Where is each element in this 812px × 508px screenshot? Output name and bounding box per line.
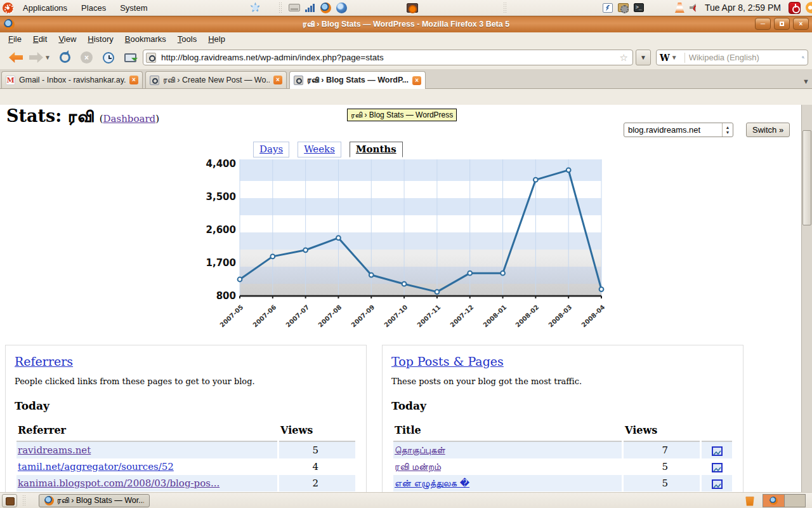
chart-point[interactable] xyxy=(566,168,571,172)
column-header: Views xyxy=(279,424,355,442)
history-clock-button[interactable] xyxy=(103,52,114,64)
site-favicon[interactable] xyxy=(146,53,156,63)
row-views: 5 xyxy=(279,442,355,458)
chart-point[interactable] xyxy=(435,290,440,294)
forward-button[interactable] xyxy=(29,52,43,63)
browser-tab-1[interactable]: MGmail - Inbox - ravishankar.ay...× xyxy=(1,71,143,88)
menu-bookmarks[interactable]: Bookmarks xyxy=(119,33,172,45)
panel-menu-system[interactable]: System xyxy=(113,0,154,16)
row-link[interactable]: என் எழுத்துலக � xyxy=(395,478,469,489)
x-axis-label: 2007-10 xyxy=(380,304,409,331)
switch-button[interactable]: Switch » xyxy=(746,123,790,137)
vlc-tray-icon[interactable] xyxy=(675,3,684,13)
package-manager-icon[interactable] xyxy=(618,3,629,12)
chart-point[interactable] xyxy=(402,282,407,286)
url-input[interactable] xyxy=(160,52,615,63)
panel-clock[interactable]: Tue Apr 8, 2:59 PM xyxy=(705,3,781,13)
search-engine-initial: W xyxy=(660,53,670,63)
session-swirl-icon[interactable] xyxy=(806,2,812,13)
search-magnifier-icon[interactable] xyxy=(802,53,804,62)
list-all-tabs-icon[interactable]: ▼ xyxy=(802,77,809,85)
chart-point[interactable] xyxy=(534,178,538,182)
firefox-launcher-icon[interactable] xyxy=(320,3,331,13)
row-views: 2 xyxy=(279,475,355,491)
scrollbar-thumb[interactable] xyxy=(802,130,811,225)
navigation-toolbar: ▼ × ☆ ▼ W ▼ xyxy=(0,46,812,70)
chart-point[interactable] xyxy=(468,271,472,276)
blog-select[interactable]: blog.ravidreams.net ▲▼ xyxy=(624,123,733,137)
browser-tab-3[interactable]: ரவி › Blog Stats — WordP...× xyxy=(289,71,426,89)
chart-point[interactable] xyxy=(238,277,242,282)
ubuntu-logo-icon[interactable] xyxy=(3,3,13,13)
search-engine-dropdown-icon[interactable]: ▼ xyxy=(671,54,678,61)
vertical-scrollbar[interactable] xyxy=(801,105,812,495)
chart-point[interactable] xyxy=(501,271,505,276)
row-chart-icon[interactable] xyxy=(712,446,723,456)
row-link[interactable]: தொகுப்புகள் xyxy=(395,444,445,456)
chart-point[interactable] xyxy=(599,287,604,291)
row-link[interactable]: tamil.net/aggregator/sources/52 xyxy=(18,461,174,472)
workspace-1[interactable] xyxy=(763,495,784,507)
tab-close-icon[interactable]: × xyxy=(273,76,282,84)
period-tab-weeks[interactable]: Weeks xyxy=(298,142,341,157)
row-link[interactable]: ravidreams.net xyxy=(18,444,91,456)
power-button-icon[interactable] xyxy=(789,2,801,14)
x-axis-label: 2007-09 xyxy=(347,304,376,331)
stop-button[interactable]: × xyxy=(81,51,93,64)
window-titlebar[interactable]: ரவி › Blog Stats — WordPress - Mozilla F… xyxy=(0,16,812,32)
bookmark-star-icon[interactable]: ☆ xyxy=(620,52,628,64)
menu-help[interactable]: Help xyxy=(202,33,231,45)
tab-close-icon[interactable]: × xyxy=(412,76,421,85)
menu-view[interactable]: View xyxy=(53,33,82,45)
chart-canvas xyxy=(240,159,601,297)
chart-point[interactable] xyxy=(369,273,374,277)
menu-edit[interactable]: Edit xyxy=(27,33,53,45)
top-posts-heading-link[interactable]: Top Posts & Pages xyxy=(391,354,504,368)
table-header-row: TitleViews xyxy=(393,424,732,442)
app-splash-icon[interactable] xyxy=(249,2,261,13)
web-globe-launcher-icon[interactable] xyxy=(336,3,347,13)
close-button[interactable]: × xyxy=(793,18,809,30)
row-link[interactable]: kanimai.blogspot.com/2008/03/blog-pos... xyxy=(18,478,219,489)
panel-menu-places[interactable]: Places xyxy=(74,0,113,16)
period-tab-months[interactable]: Months xyxy=(350,142,403,157)
reload-button[interactable] xyxy=(60,52,70,63)
period-tab-days[interactable]: Days xyxy=(253,142,289,157)
search-engine-selector[interactable]: W ▼ xyxy=(657,53,685,63)
tab-close-icon[interactable]: × xyxy=(129,76,138,84)
workspace-2[interactable] xyxy=(784,495,805,507)
terminal-launcher-icon[interactable]: >_ xyxy=(634,3,644,12)
url-bar[interactable]: ☆ xyxy=(143,50,633,65)
file-manager-launcher-icon[interactable] xyxy=(603,3,613,13)
url-history-dropdown[interactable]: ▼ xyxy=(636,50,651,65)
download-desktop-button[interactable] xyxy=(124,53,136,62)
screen-search-icon[interactable] xyxy=(407,3,418,13)
dashboard-link[interactable]: Dashboard xyxy=(103,113,155,124)
chart-point[interactable] xyxy=(270,254,275,258)
row-chart-icon[interactable] xyxy=(712,479,723,489)
panel-menu-applications[interactable]: Applications xyxy=(16,0,74,16)
back-history-dropdown-icon[interactable]: ▼ xyxy=(44,54,51,61)
blog-select-spinner-icon[interactable]: ▲▼ xyxy=(722,123,733,137)
browser-tab-2[interactable]: ரவி › Create New Post — Wo...× xyxy=(145,71,287,88)
search-bar[interactable]: W ▼ xyxy=(656,50,808,65)
row-link[interactable]: ரவி மன்றம் xyxy=(395,461,441,472)
referrers-heading-link[interactable]: Referrers xyxy=(15,354,73,368)
volume-muted-icon[interactable] xyxy=(690,4,698,12)
row-chart-icon[interactable] xyxy=(712,463,723,472)
keyboard-indicator-icon[interactable] xyxy=(289,4,300,11)
minimize-button[interactable]: ─ xyxy=(755,18,771,30)
menu-tools[interactable]: Tools xyxy=(172,33,202,45)
workspace-switcher[interactable] xyxy=(763,494,806,507)
trash-icon[interactable] xyxy=(745,495,755,506)
menu-file[interactable]: File xyxy=(3,33,27,45)
maximize-button[interactable] xyxy=(774,18,790,30)
menu-history[interactable]: History xyxy=(82,33,119,45)
network-signal-icon[interactable] xyxy=(305,3,315,12)
search-input[interactable] xyxy=(685,52,802,63)
back-button[interactable] xyxy=(9,52,23,63)
taskbar-window-button[interactable]: ரவி › Blog Stats — Wor... xyxy=(39,494,150,507)
show-desktop-button[interactable] xyxy=(2,494,17,507)
chart-point[interactable] xyxy=(303,248,308,252)
chart-point[interactable] xyxy=(336,236,341,240)
